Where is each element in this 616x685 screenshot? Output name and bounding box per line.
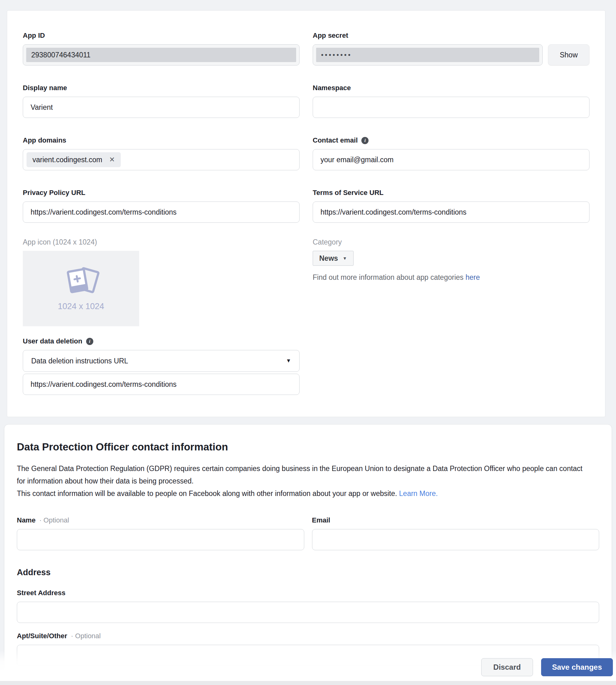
contact-email-input[interactable]: [313, 149, 590, 170]
apt-suite-optional: · Optional: [71, 632, 101, 640]
bottom-strip: [0, 681, 616, 685]
data-deletion-method-dropdown[interactable]: Data deletion instructions URL ▼: [23, 350, 300, 372]
app-icon-upload-area[interactable]: 1024 x 1024: [23, 251, 139, 326]
app-secret-masked-value: ••••••••: [321, 51, 352, 59]
privacy-policy-input[interactable]: [23, 202, 300, 223]
privacy-policy-label: Privacy Policy URL: [23, 188, 300, 197]
dpo-name-input[interactable]: [17, 529, 304, 550]
app-domains-label: App domains: [23, 136, 300, 145]
app-id-label: App ID: [23, 31, 300, 40]
contact-email-label: Contact email: [313, 136, 358, 145]
dpo-name-optional: · Optional: [39, 516, 69, 525]
discard-button[interactable]: Discard: [481, 658, 533, 676]
category-selected-value: News: [319, 254, 338, 262]
dpo-email-input[interactable]: [312, 529, 599, 550]
domain-chip: varient.codingest.com ✕: [26, 152, 121, 167]
row-privacy-tos: Privacy Policy URL Terms of Service URL: [23, 188, 590, 223]
namespace-label: Namespace: [313, 84, 590, 92]
show-secret-button[interactable]: Show: [548, 44, 590, 66]
remove-domain-icon[interactable]: ✕: [109, 156, 115, 163]
row-displayname-namespace: Display name Namespace: [23, 84, 590, 118]
row-appicon-category: App icon (1024 x 1024) 1024 x 1024: [23, 238, 590, 326]
info-icon[interactable]: i: [86, 338, 93, 345]
app-domains-input[interactable]: varient.codingest.com ✕: [23, 149, 300, 170]
apt-suite-label: Apt/Suite/Other: [17, 632, 67, 640]
terms-of-service-label: Terms of Service URL: [313, 188, 590, 197]
data-deletion-url-input[interactable]: [23, 374, 300, 395]
save-changes-button[interactable]: Save changes: [541, 658, 613, 676]
chevron-down-icon: ▼: [343, 256, 347, 261]
address-heading: Address: [17, 568, 599, 577]
street-address-group: Street Address: [17, 589, 599, 623]
app-icon-dimensions: 1024 x 1024: [58, 302, 104, 311]
category-help-text: Find out more information about app cate…: [313, 273, 466, 281]
learn-more-link[interactable]: Learn More.: [399, 489, 438, 498]
display-name-input[interactable]: [23, 97, 300, 118]
dpo-section-title: Data Protection Officer contact informat…: [17, 441, 599, 453]
row-domains-email: App domains varient.codingest.com ✕ Cont…: [23, 136, 590, 170]
data-deletion-method-value: Data deletion instructions URL: [31, 357, 128, 365]
dpo-description-1: The General Data Protection Regulation (…: [17, 464, 582, 485]
app-basic-settings-page: App ID 293800746434011 App secret ••••••…: [0, 0, 616, 685]
app-secret-field[interactable]: ••••••••: [313, 44, 543, 66]
street-address-label: Street Address: [17, 589, 599, 597]
dpo-description-2: This contact information will be availab…: [17, 489, 399, 498]
category-label: Category: [313, 238, 590, 246]
category-here-link[interactable]: here: [466, 273, 480, 281]
display-name-label: Display name: [23, 84, 300, 92]
app-icon-label: App icon (1024 x 1024): [23, 238, 300, 246]
row-name-email: Name · Optional Email: [17, 516, 599, 550]
save-changes-bar: Discard Save changes: [0, 650, 616, 685]
basic-settings-card: App ID 293800746434011 App secret ••••••…: [7, 10, 606, 417]
domain-chip-text: varient.codingest.com: [32, 156, 102, 164]
terms-of-service-input[interactable]: [313, 202, 590, 223]
street-address-input[interactable]: [17, 602, 599, 623]
app-id-selected-text: 293800746434011: [26, 48, 296, 62]
dpo-card: Data Protection Officer contact informat…: [4, 424, 612, 685]
category-dropdown[interactable]: News ▼: [313, 251, 354, 266]
namespace-input[interactable]: [313, 97, 590, 118]
app-id-field[interactable]: 293800746434011: [23, 44, 300, 66]
user-data-deletion-label: User data deletion: [23, 337, 82, 346]
row-appid-appsecret: App ID 293800746434011 App secret ••••••…: [23, 31, 590, 66]
dpo-name-label: Name: [17, 516, 36, 525]
app-secret-label: App secret: [313, 31, 590, 40]
dpo-email-label: Email: [312, 516, 599, 525]
row-user-data-deletion: User data deletion i Data deletion instr…: [23, 337, 590, 395]
photos-icon: [62, 266, 100, 298]
chevron-down-icon: ▼: [286, 358, 291, 364]
info-icon[interactable]: i: [361, 137, 369, 144]
